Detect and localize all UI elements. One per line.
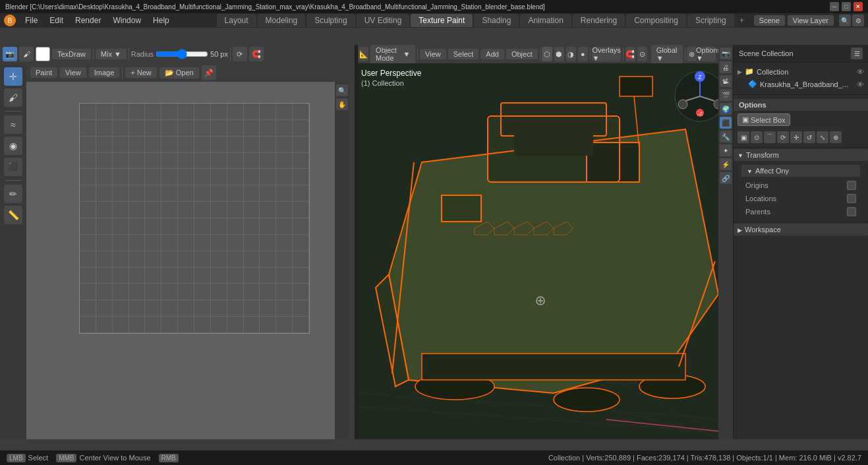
editor-mode-icon[interactable]: 📷 [3,47,17,61]
rendered-shading[interactable]: ● [578,47,588,61]
tool-grid-move[interactable]: ⟳ [777,131,789,143]
tool-annotate[interactable]: ✏ [4,185,22,203]
image-menu-btn[interactable]: Image [89,67,120,78]
select-btn[interactable]: Select [448,49,479,59]
transform-section-header[interactable]: Transform [734,149,868,161]
view-layer-properties-icon[interactable]: 📽 [720,75,732,87]
settings-icon[interactable]: ⚙ [852,15,864,26]
select-box-btn[interactable]: ▣ Select Box [738,113,790,126]
view-layer-dropdown[interactable]: View Layer [788,15,834,26]
snap-btn[interactable]: 🧲 [625,47,635,61]
scene-properties-icon[interactable]: 🎬 [720,89,732,101]
object-properties-icon[interactable]: ⬛ [720,117,732,129]
tool-grid-transform[interactable]: ⊕ [830,131,842,143]
locations-checkbox[interactable] [847,194,856,203]
menu-help[interactable]: Help [148,15,175,26]
snap-icon[interactable]: 🧲 [249,47,264,61]
3d-viewport[interactable]: User Perspective (1) Collection Z [356,63,733,439]
viewport-mode-icon[interactable]: 📐 [359,47,368,61]
add-workspace-button[interactable]: + [736,14,749,27]
options-header[interactable]: Options [734,99,868,111]
menu-window[interactable]: Window [107,15,146,26]
blend-mode-btn[interactable]: Mix ▼ [96,49,127,59]
uv-grid-rows [80,104,309,333]
coll-eye-icon[interactable]: 👁 [857,68,864,76]
blender-logo[interactable]: B [4,15,16,26]
menu-render[interactable]: Render [70,15,106,26]
global-transform-btn[interactable]: Global ▼ [651,45,683,63]
tool-grid-cursor[interactable]: ✛ [790,131,802,143]
color-swatch[interactable] [36,47,50,61]
new-image-btn[interactable]: +New [125,67,156,78]
pan-icon[interactable]: ✋ [336,98,348,110]
ws-modeling[interactable]: Modeling [258,14,306,27]
tool-grid-rotate[interactable]: ↺ [803,131,815,143]
menu-edit[interactable]: Edit [44,15,69,26]
affect-only-header[interactable]: Affect Ony [741,165,860,177]
ws-uv-editing[interactable]: UV Editing [357,14,410,27]
minimize-button[interactable]: ─ [830,2,839,11]
particles-icon[interactable]: ✦ [720,144,732,156]
tool-grid-scale[interactable]: ⤡ [817,131,828,143]
parents-checkbox[interactable] [847,207,856,216]
tool-grid-circle[interactable]: ⊙ [751,131,763,143]
origins-checkbox[interactable] [847,181,856,190]
output-properties-icon[interactable]: 🖨 [720,61,732,73]
render-properties-icon[interactable]: 📷 [720,47,732,59]
viewport-overlays-btn[interactable]: Overlays ▼ [592,47,620,61]
proportional-edit-btn[interactable]: ⊙ [637,47,647,61]
tool-smear[interactable]: ≈ [4,115,22,134]
tool-grid-lasso[interactable]: ⌒ [764,131,776,143]
ws-scripting[interactable]: Scripting [687,14,734,27]
tool-icons-grid: ▣ ⊙ ⌒ ⟳ ✛ ↺ ⤡ ⊕ [734,129,868,146]
constraints-icon[interactable]: 🔗 [720,172,732,184]
ws-rendering[interactable]: Rendering [573,14,625,27]
options-btn[interactable]: Options ▼ [701,47,716,61]
solid-shading[interactable]: ⬢ [554,47,564,61]
search-icon[interactable]: 🔍 [839,15,851,26]
ws-shading[interactable]: Shading [474,14,519,27]
tool-measure[interactable]: 📏 [4,206,22,224]
material-shading[interactable]: ◑ [566,47,576,61]
view-menu-btn[interactable]: View [60,67,86,78]
wireframe-shading[interactable]: ⬡ [542,47,552,61]
physics-icon[interactable]: ⚡ [720,158,732,170]
object-mode-btn[interactable]: Object Mode ▼ [370,45,415,63]
add-btn[interactable]: Add [480,49,504,59]
world-properties-icon[interactable]: 🌍 [720,103,732,115]
scene-dropdown[interactable]: Scene [754,15,785,26]
coll-arrow: ▶ [738,69,742,75]
uv-viewport-splitter[interactable] [355,45,358,439]
pin-image-btn[interactable]: 📌 [202,65,216,80]
close-button[interactable]: ✕ [854,2,863,11]
modifiers-icon[interactable]: 🔧 [720,131,732,142]
wrap-icon[interactable]: ⟳ [233,47,247,61]
tool-fill[interactable]: ⬛ [4,158,22,176]
tool-name-btn[interactable]: TexDraw [52,49,91,59]
ws-compositing[interactable]: Compositing [626,14,686,27]
ws-layout[interactable]: Layout [217,14,256,27]
collection-item-krasukha[interactable]: 🔷 Krasukha_4_Broadband_... 👁 [744,78,868,90]
menu-file[interactable]: File [20,15,43,26]
collection-item-main[interactable]: ▶ 📁 Collection 👁 [734,65,868,78]
ws-texture-paint[interactable]: Texture Paint [411,14,473,27]
open-image-btn[interactable]: 📂Open [159,67,199,78]
tool-clone[interactable]: ◉ [4,137,22,155]
workspace-section-header[interactable]: Workspace [734,224,868,235]
ws-animation[interactable]: Animation [520,14,571,27]
zoom-icon[interactable]: 🔍 [336,84,348,96]
radius-slider[interactable] [156,49,208,59]
paint-menu-btn[interactable]: Paint [30,67,57,78]
view-btn[interactable]: View [420,49,446,59]
object-btn[interactable]: Object [506,49,538,59]
viewport-perspective-label: User Perspective (1) Collection [361,69,421,87]
tool-grid-select[interactable]: ▣ [738,131,749,143]
filter-icon[interactable]: ☰ [851,47,863,59]
maximize-button[interactable]: □ [842,2,851,11]
ws-sculpting[interactable]: Sculpting [306,14,355,27]
tool-cursor[interactable]: ✛ [4,67,22,86]
transform-pivot-btn[interactable]: ⊗ [687,47,697,61]
tool-paint[interactable]: 🖌 [4,88,22,107]
brush-icon[interactable]: 🖌 [19,47,34,61]
sub-eye-icon[interactable]: 👁 [857,80,864,88]
